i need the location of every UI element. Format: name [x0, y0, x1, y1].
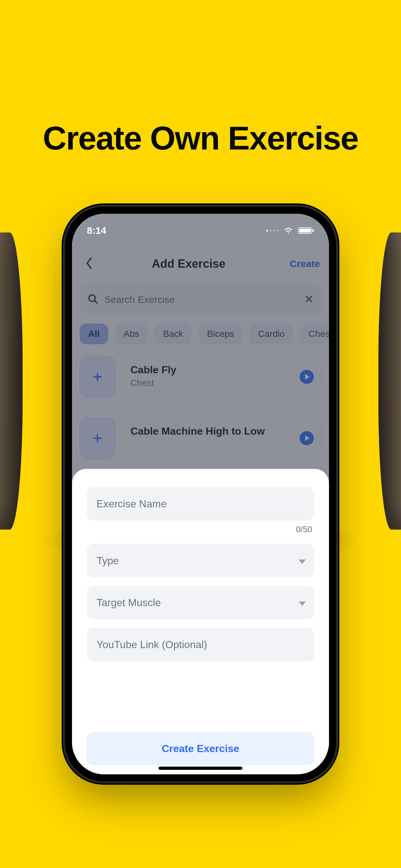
exercise-card[interactable]: Cable Machine High to Low [122, 417, 321, 459]
create-exercise-button-label: Create Exercise [162, 743, 239, 755]
home-indicator[interactable] [158, 767, 243, 770]
target-muscle-select[interactable]: Target Muscle [87, 586, 314, 619]
svg-marker-7 [299, 560, 306, 564]
search-icon [88, 293, 98, 306]
name-char-counter: 0/50 [87, 524, 312, 535]
add-exercise-button[interactable]: + [80, 356, 115, 398]
filter-chip-row: All Abs Back Biceps Cardio Chest [80, 323, 329, 344]
battery-icon [298, 227, 314, 235]
add-exercise-button[interactable]: + [80, 417, 115, 459]
create-link[interactable]: Create [290, 258, 320, 269]
svg-marker-8 [299, 601, 306, 606]
filter-chip-biceps[interactable]: Biceps [198, 323, 243, 344]
exercise-name-input[interactable] [96, 498, 305, 510]
chevron-down-icon [299, 597, 306, 609]
plus-icon: + [93, 430, 102, 446]
close-icon [305, 299, 313, 305]
type-select-label: Type [96, 555, 119, 567]
filter-chip-all[interactable]: All [80, 323, 108, 344]
wifi-icon [283, 227, 294, 235]
plus-icon: + [93, 368, 102, 385]
promo-title: Create Own Exercise [0, 120, 401, 157]
clear-search-button[interactable] [305, 294, 313, 305]
exercise-row: + Cable Machine High to Low [80, 417, 321, 459]
page-title: Add Exercise [88, 257, 290, 271]
play-button[interactable] [300, 370, 314, 384]
search-bar[interactable] [80, 285, 321, 314]
exercise-row: + Cable Fly Chest [80, 356, 321, 398]
exercise-muscle: Chest [130, 378, 292, 388]
search-input[interactable] [104, 294, 299, 305]
target-muscle-label: Target Muscle [96, 597, 161, 609]
phone-frame: Add Exercise Create All Abs Back Biceps [65, 207, 336, 781]
exercise-card[interactable]: Cable Fly Chest [122, 356, 321, 398]
filter-chip-cardio[interactable]: Cardio [250, 323, 293, 344]
create-exercise-button[interactable]: Create Exercise [87, 733, 314, 765]
filter-chip-chest[interactable]: Chest [300, 323, 329, 344]
chevron-down-icon [299, 555, 306, 567]
status-bar: 8:14 [72, 221, 329, 240]
pager-dots-icon [266, 229, 279, 231]
nav-bar: Add Exercise Create [72, 249, 329, 278]
play-button[interactable] [300, 431, 314, 445]
svg-rect-6 [312, 229, 314, 232]
youtube-link-input[interactable] [96, 639, 305, 651]
create-exercise-sheet: 0/50 Type Target Muscle [72, 469, 329, 774]
exercise-name-field[interactable] [87, 487, 314, 521]
svg-rect-5 [299, 228, 311, 232]
svg-line-1 [94, 300, 97, 303]
youtube-link-field[interactable] [87, 628, 314, 661]
phone-screen: Add Exercise Create All Abs Back Biceps [72, 214, 329, 774]
exercise-name: Cable Fly [130, 364, 292, 376]
filter-chip-back[interactable]: Back [155, 323, 191, 344]
filter-chip-abs[interactable]: Abs [115, 323, 148, 344]
type-select[interactable]: Type [87, 544, 314, 578]
status-time: 8:14 [87, 225, 106, 236]
exercise-name: Cable Machine High to Low [130, 425, 292, 437]
